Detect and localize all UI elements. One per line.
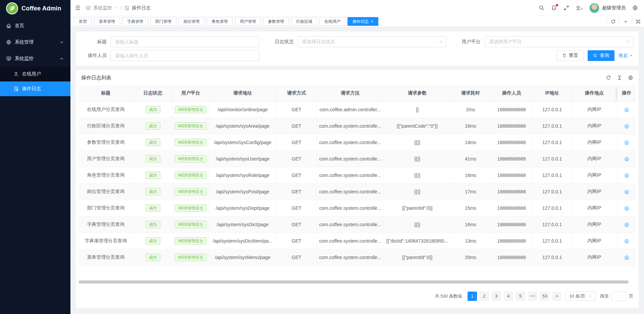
breadcrumb-parent[interactable]: 系统监控 bbox=[93, 5, 112, 11]
cell-method: GET bbox=[276, 118, 317, 134]
operator-filter-input[interactable] bbox=[111, 50, 259, 61]
platform-select[interactable]: 请选择用户平台 bbox=[485, 36, 633, 47]
column-header[interactable]: 用户平台 bbox=[172, 85, 209, 101]
tab-item-6[interactable]: 用户管理 bbox=[235, 17, 261, 26]
view-detail-eye-icon[interactable]: ◎ bbox=[624, 139, 629, 145]
tab-item-4[interactable]: 岗位管理 bbox=[178, 17, 205, 26]
page-size-select[interactable]: 10 条/页 bbox=[566, 292, 595, 301]
fullscreen-icon[interactable] bbox=[564, 5, 569, 11]
page-unit-label: 页 bbox=[629, 293, 633, 299]
column-header[interactable]: 操作人员 bbox=[490, 85, 533, 101]
platform-badge: WEB管理后台 bbox=[175, 155, 207, 163]
cell-title: 菜单管理分页查询 bbox=[78, 249, 133, 265]
title-filter-input[interactable] bbox=[111, 36, 259, 47]
page-button-2[interactable]: 2 bbox=[480, 292, 489, 301]
cell-action: ◎ bbox=[617, 150, 636, 167]
tab-controls bbox=[607, 16, 644, 27]
cell-url: /api/system/sysConfig/page bbox=[209, 134, 276, 150]
cell-location: 内网IP bbox=[572, 134, 617, 150]
sidebar-item-label: 系统管理 bbox=[15, 39, 56, 45]
maximize-content-icon[interactable] bbox=[632, 16, 644, 27]
view-detail-eye-icon[interactable]: ◎ bbox=[624, 107, 629, 112]
chevron-down-icon bbox=[59, 40, 64, 45]
tab-label: 用户管理 bbox=[240, 19, 256, 24]
cell-status: 成功 bbox=[133, 233, 172, 249]
sidebar-item-online-users[interactable]: 在线用户 bbox=[0, 67, 70, 81]
notification-bell-icon[interactable] bbox=[551, 5, 557, 11]
column-header[interactable]: 操作地点 bbox=[572, 85, 617, 101]
column-header[interactable]: 日志状态 bbox=[133, 85, 172, 101]
tab-item-9[interactable]: 在线用户 bbox=[319, 17, 345, 26]
column-header[interactable]: 请求方式 bbox=[276, 85, 317, 101]
collapse-filters-link[interactable]: 收起 bbox=[619, 53, 633, 59]
tab-item-0[interactable]: 首页 bbox=[74, 17, 92, 26]
view-detail-eye-icon[interactable]: ◎ bbox=[624, 205, 629, 211]
sidebar-item-operation-log[interactable]: 操作日志 bbox=[0, 81, 70, 96]
collapse-sidebar-icon[interactable] bbox=[75, 5, 81, 11]
app-logo[interactable]: Coffee Admin bbox=[0, 0, 70, 17]
cell-operator: 18888888888 bbox=[490, 233, 533, 249]
view-detail-eye-icon[interactable]: ◎ bbox=[624, 238, 629, 244]
view-detail-eye-icon[interactable]: ◎ bbox=[624, 123, 629, 129]
view-detail-eye-icon[interactable]: ◎ bbox=[624, 172, 629, 178]
tab-item-10[interactable]: 操作日志× bbox=[347, 17, 378, 26]
cell-url: /api/system/sysDictItem/pa... bbox=[209, 233, 276, 249]
cell-location: 内网IP bbox=[572, 233, 617, 249]
cell-title: 在线用户分页查询 bbox=[78, 101, 133, 118]
tab-item-2[interactable]: 字典管理 bbox=[122, 17, 148, 26]
tab-item-1[interactable]: 菜单管理 bbox=[94, 17, 120, 26]
view-detail-eye-icon[interactable]: ◎ bbox=[624, 156, 629, 162]
platform-badge: WEB管理后台 bbox=[175, 188, 207, 195]
cell-params: [{"parentId":0}] bbox=[384, 200, 451, 216]
row-height-icon[interactable] bbox=[617, 75, 622, 80]
page-ellipsis[interactable]: ••• bbox=[528, 292, 538, 301]
tab-item-5[interactable]: 角色管理 bbox=[207, 17, 233, 26]
column-header[interactable]: 操作 bbox=[617, 85, 636, 101]
tab-item-3[interactable]: 部门管理 bbox=[150, 17, 176, 26]
column-header[interactable]: 标题 bbox=[78, 85, 133, 101]
page-button-1[interactable]: 1 bbox=[468, 292, 477, 301]
column-header[interactable]: 请求地址 bbox=[209, 85, 276, 101]
reset-button[interactable]: 重置 bbox=[557, 50, 584, 61]
page-button-5[interactable]: 5 bbox=[516, 292, 525, 301]
cell-duration: 13ms bbox=[451, 233, 490, 249]
tab-item-7[interactable]: 参数管理 bbox=[263, 17, 289, 26]
chevron-down-icon bbox=[439, 39, 443, 44]
tab-item-8[interactable]: 行政区域 bbox=[291, 17, 317, 26]
search-icon[interactable] bbox=[539, 5, 544, 11]
view-detail-eye-icon[interactable]: ◎ bbox=[624, 189, 629, 194]
page-button-53[interactable]: 53 bbox=[540, 292, 549, 301]
log-status-select[interactable]: 请选择日志状态 bbox=[298, 36, 446, 47]
cell-handler: com.coffee.system.controlle... bbox=[317, 200, 384, 216]
jump-to-page-input[interactable] bbox=[611, 292, 627, 301]
sidebar-item-system-management[interactable]: 系统管理 bbox=[0, 34, 70, 50]
next-page-button[interactable]: > bbox=[552, 292, 561, 301]
user-menu[interactable]: 超级管理员 bbox=[589, 3, 626, 13]
page-button-4[interactable]: 4 bbox=[504, 292, 513, 301]
view-detail-eye-icon[interactable]: ◎ bbox=[624, 222, 629, 227]
cell-method: GET bbox=[276, 101, 317, 118]
settings-gear-icon[interactable] bbox=[632, 5, 638, 11]
refresh-table-icon[interactable] bbox=[606, 75, 611, 80]
column-settings-gear-icon[interactable] bbox=[628, 75, 633, 80]
tab-options-chevron-icon[interactable] bbox=[619, 16, 632, 27]
column-header[interactable]: 请求耗时 bbox=[451, 85, 490, 101]
page-button-3[interactable]: 3 bbox=[492, 292, 501, 301]
translate-icon[interactable]: 文A bbox=[576, 6, 583, 10]
status-badge: 成功 bbox=[146, 221, 160, 228]
platform-badge: WEB管理后台 bbox=[175, 106, 207, 113]
tab-label: 在线用户 bbox=[324, 19, 340, 24]
column-header[interactable]: IP地址 bbox=[533, 85, 572, 101]
sidebar-item-system-monitor[interactable]: 系统监控 bbox=[0, 50, 70, 67]
column-header[interactable]: 请求方法 bbox=[317, 85, 384, 101]
column-header[interactable]: 请求参数 bbox=[384, 85, 451, 101]
search-button[interactable]: 查询 bbox=[588, 50, 614, 61]
refresh-tab-icon[interactable] bbox=[607, 16, 619, 27]
view-detail-eye-icon[interactable]: ◎ bbox=[624, 254, 629, 260]
horizontal-scrollbar[interactable] bbox=[78, 280, 629, 284]
cell-location: 内网IP bbox=[572, 216, 617, 233]
cell-params: [{"parentId":0}] bbox=[384, 249, 451, 265]
cell-action: ◎ bbox=[617, 200, 636, 216]
sidebar-item-home[interactable]: 首页 bbox=[0, 17, 70, 34]
tab-close-icon[interactable]: × bbox=[371, 19, 373, 23]
